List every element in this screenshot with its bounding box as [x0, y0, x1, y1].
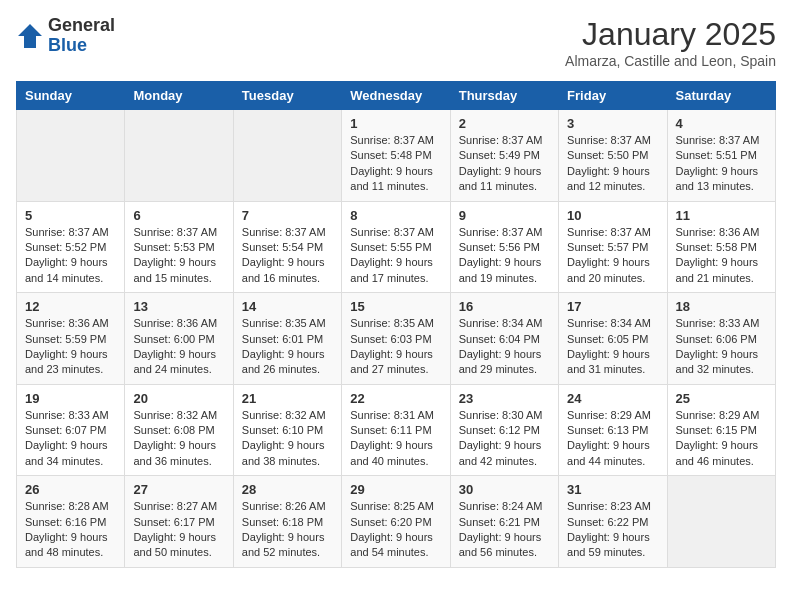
- day-info: Daylight: 9 hours: [350, 347, 441, 362]
- day-number: 6: [133, 208, 224, 223]
- day-info: Daylight: 9 hours: [567, 438, 658, 453]
- calendar-week-row: 12Sunrise: 8:36 AMSunset: 5:59 PMDayligh…: [17, 293, 776, 385]
- day-info: Daylight: 9 hours: [350, 438, 441, 453]
- day-info: Daylight: 9 hours: [350, 164, 441, 179]
- calendar-week-row: 19Sunrise: 8:33 AMSunset: 6:07 PMDayligh…: [17, 384, 776, 476]
- day-info: Daylight: 9 hours: [567, 255, 658, 270]
- calendar-week-row: 26Sunrise: 8:28 AMSunset: 6:16 PMDayligh…: [17, 476, 776, 568]
- day-info: and 12 minutes.: [567, 179, 658, 194]
- day-info: Sunrise: 8:37 AM: [242, 225, 333, 240]
- day-info: Sunset: 5:58 PM: [676, 240, 767, 255]
- day-number: 16: [459, 299, 550, 314]
- day-number: 13: [133, 299, 224, 314]
- day-number: 23: [459, 391, 550, 406]
- day-info: Daylight: 9 hours: [459, 164, 550, 179]
- day-info: Sunrise: 8:36 AM: [133, 316, 224, 331]
- day-info: Daylight: 9 hours: [242, 438, 333, 453]
- day-info: and 44 minutes.: [567, 454, 658, 469]
- day-info: and 38 minutes.: [242, 454, 333, 469]
- day-number: 5: [25, 208, 116, 223]
- day-info: Sunset: 6:15 PM: [676, 423, 767, 438]
- day-info: Sunrise: 8:31 AM: [350, 408, 441, 423]
- calendar-cell: 3Sunrise: 8:37 AMSunset: 5:50 PMDaylight…: [559, 110, 667, 202]
- day-info: and 11 minutes.: [350, 179, 441, 194]
- day-info: Sunset: 5:53 PM: [133, 240, 224, 255]
- calendar-cell: 23Sunrise: 8:30 AMSunset: 6:12 PMDayligh…: [450, 384, 558, 476]
- weekday-header: Monday: [125, 82, 233, 110]
- day-info: Sunset: 6:22 PM: [567, 515, 658, 530]
- day-info: Daylight: 9 hours: [459, 347, 550, 362]
- weekday-header: Wednesday: [342, 82, 450, 110]
- day-info: Sunrise: 8:32 AM: [242, 408, 333, 423]
- month-title: January 2025: [565, 16, 776, 53]
- calendar-header: SundayMondayTuesdayWednesdayThursdayFrid…: [17, 82, 776, 110]
- calendar-cell: 29Sunrise: 8:25 AMSunset: 6:20 PMDayligh…: [342, 476, 450, 568]
- day-number: 20: [133, 391, 224, 406]
- day-info: Daylight: 9 hours: [676, 438, 767, 453]
- day-info: Sunset: 5:56 PM: [459, 240, 550, 255]
- day-info: Daylight: 9 hours: [25, 347, 116, 362]
- day-info: Sunset: 5:57 PM: [567, 240, 658, 255]
- day-info: Daylight: 9 hours: [25, 438, 116, 453]
- day-info: Sunrise: 8:33 AM: [676, 316, 767, 331]
- day-info: Sunset: 5:55 PM: [350, 240, 441, 255]
- day-info: Sunset: 6:17 PM: [133, 515, 224, 530]
- day-info: Sunrise: 8:37 AM: [25, 225, 116, 240]
- day-info: Sunrise: 8:35 AM: [242, 316, 333, 331]
- calendar: SundayMondayTuesdayWednesdayThursdayFrid…: [16, 81, 776, 568]
- day-info: Sunset: 5:49 PM: [459, 148, 550, 163]
- day-info: Sunrise: 8:29 AM: [676, 408, 767, 423]
- day-info: Sunrise: 8:36 AM: [25, 316, 116, 331]
- calendar-cell: 14Sunrise: 8:35 AMSunset: 6:01 PMDayligh…: [233, 293, 341, 385]
- day-info: and 36 minutes.: [133, 454, 224, 469]
- calendar-cell: 4Sunrise: 8:37 AMSunset: 5:51 PMDaylight…: [667, 110, 775, 202]
- day-info: Daylight: 9 hours: [242, 530, 333, 545]
- day-info: Daylight: 9 hours: [567, 347, 658, 362]
- day-info: Daylight: 9 hours: [567, 530, 658, 545]
- day-info: Sunrise: 8:26 AM: [242, 499, 333, 514]
- day-number: 4: [676, 116, 767, 131]
- day-info: and 20 minutes.: [567, 271, 658, 286]
- day-info: Daylight: 9 hours: [676, 255, 767, 270]
- day-info: Daylight: 9 hours: [459, 530, 550, 545]
- day-number: 18: [676, 299, 767, 314]
- day-info: and 11 minutes.: [459, 179, 550, 194]
- calendar-cell: 2Sunrise: 8:37 AMSunset: 5:49 PMDaylight…: [450, 110, 558, 202]
- logo-text: General Blue: [48, 16, 115, 56]
- calendar-cell: 10Sunrise: 8:37 AMSunset: 5:57 PMDayligh…: [559, 201, 667, 293]
- day-number: 22: [350, 391, 441, 406]
- day-info: and 27 minutes.: [350, 362, 441, 377]
- day-info: and 19 minutes.: [459, 271, 550, 286]
- day-number: 15: [350, 299, 441, 314]
- day-info: Sunset: 5:54 PM: [242, 240, 333, 255]
- day-info: Sunset: 5:59 PM: [25, 332, 116, 347]
- calendar-cell: 9Sunrise: 8:37 AMSunset: 5:56 PMDaylight…: [450, 201, 558, 293]
- day-info: and 48 minutes.: [25, 545, 116, 560]
- day-info: Daylight: 9 hours: [242, 255, 333, 270]
- day-info: Sunrise: 8:30 AM: [459, 408, 550, 423]
- day-number: 1: [350, 116, 441, 131]
- day-info: and 54 minutes.: [350, 545, 441, 560]
- day-info: Sunset: 6:07 PM: [25, 423, 116, 438]
- day-info: Sunrise: 8:37 AM: [350, 225, 441, 240]
- day-info: Sunrise: 8:24 AM: [459, 499, 550, 514]
- day-info: Sunset: 6:01 PM: [242, 332, 333, 347]
- day-info: Sunrise: 8:37 AM: [459, 133, 550, 148]
- day-info: Sunset: 6:11 PM: [350, 423, 441, 438]
- day-info: Sunrise: 8:32 AM: [133, 408, 224, 423]
- day-number: 7: [242, 208, 333, 223]
- day-number: 11: [676, 208, 767, 223]
- day-number: 28: [242, 482, 333, 497]
- day-info: Sunrise: 8:37 AM: [567, 133, 658, 148]
- day-info: Daylight: 9 hours: [567, 164, 658, 179]
- calendar-cell: 20Sunrise: 8:32 AMSunset: 6:08 PMDayligh…: [125, 384, 233, 476]
- calendar-cell: 11Sunrise: 8:36 AMSunset: 5:58 PMDayligh…: [667, 201, 775, 293]
- calendar-cell: 7Sunrise: 8:37 AMSunset: 5:54 PMDaylight…: [233, 201, 341, 293]
- day-info: Daylight: 9 hours: [459, 438, 550, 453]
- logo: General Blue: [16, 16, 115, 56]
- calendar-cell: 31Sunrise: 8:23 AMSunset: 6:22 PMDayligh…: [559, 476, 667, 568]
- calendar-cell: [125, 110, 233, 202]
- day-info: Sunrise: 8:33 AM: [25, 408, 116, 423]
- day-info: Sunrise: 8:37 AM: [676, 133, 767, 148]
- day-info: and 29 minutes.: [459, 362, 550, 377]
